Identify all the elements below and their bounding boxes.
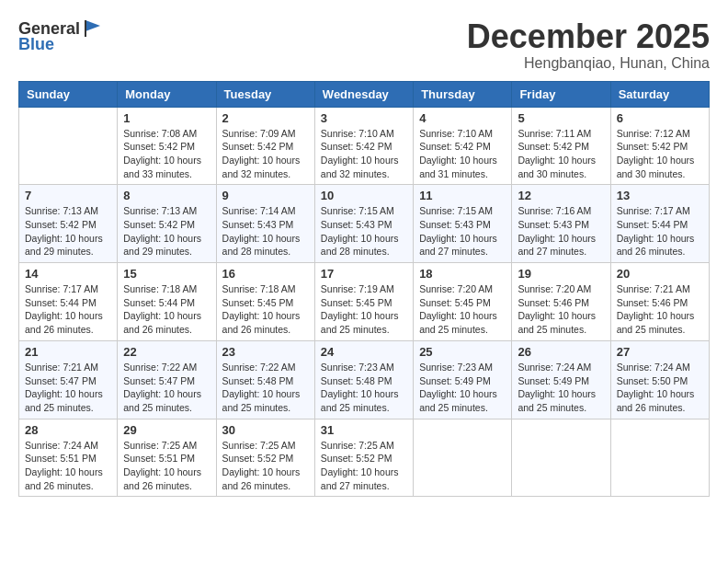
svg-rect-1 — [85, 20, 86, 37]
calendar-cell: 23Sunrise: 7:22 AMSunset: 5:48 PMDayligh… — [216, 340, 314, 419]
day-info: Sunrise: 7:14 AMSunset: 5:43 PMDaylight:… — [222, 204, 309, 259]
day-number: 30 — [222, 423, 309, 437]
day-number: 3 — [321, 111, 407, 125]
day-number: 13 — [617, 189, 703, 202]
calendar-table: SundayMondayTuesdayWednesdayThursdayFrid… — [18, 81, 710, 498]
day-number: 12 — [518, 189, 604, 202]
calendar-cell: 28Sunrise: 7:24 AMSunset: 5:51 PMDayligh… — [19, 419, 118, 497]
calendar-cell: 4Sunrise: 7:10 AMSunset: 5:42 PMDaylight… — [414, 107, 512, 185]
day-info: Sunrise: 7:17 AMSunset: 5:44 PMDaylight:… — [25, 282, 111, 337]
day-number: 25 — [419, 345, 506, 359]
calendar-cell: 1Sunrise: 7:08 AMSunset: 5:42 PMDaylight… — [118, 107, 216, 185]
page-header: General Blue December 2025 Hengbanqiao, … — [18, 18, 710, 72]
day-info: Sunrise: 7:20 AMSunset: 5:46 PMDaylight:… — [518, 282, 604, 337]
day-info: Sunrise: 7:10 AMSunset: 5:42 PMDaylight:… — [321, 127, 407, 181]
svg-marker-0 — [85, 20, 100, 31]
calendar-week-row: 14Sunrise: 7:17 AMSunset: 5:44 PMDayligh… — [19, 263, 710, 341]
calendar-cell: 26Sunrise: 7:24 AMSunset: 5:49 PMDayligh… — [512, 340, 610, 419]
day-number: 27 — [617, 345, 703, 359]
calendar-cell: 25Sunrise: 7:23 AMSunset: 5:49 PMDayligh… — [414, 340, 512, 419]
calendar-cell: 8Sunrise: 7:13 AMSunset: 5:42 PMDaylight… — [118, 185, 216, 263]
calendar-week-row: 1Sunrise: 7:08 AMSunset: 5:42 PMDaylight… — [19, 107, 710, 185]
day-info: Sunrise: 7:10 AMSunset: 5:42 PMDaylight:… — [419, 127, 506, 181]
day-info: Sunrise: 7:18 AMSunset: 5:45 PMDaylight:… — [222, 282, 309, 337]
day-info: Sunrise: 7:13 AMSunset: 5:42 PMDaylight:… — [25, 204, 111, 259]
title-section: December 2025 Hengbanqiao, Hunan, China — [467, 18, 710, 72]
day-header-tuesday: Tuesday — [216, 81, 314, 107]
day-number: 24 — [321, 345, 407, 359]
day-number: 28 — [25, 423, 111, 437]
calendar-cell: 19Sunrise: 7:20 AMSunset: 5:46 PMDayligh… — [512, 263, 610, 341]
calendar-cell: 17Sunrise: 7:19 AMSunset: 5:45 PMDayligh… — [314, 263, 413, 341]
day-number: 17 — [321, 267, 407, 281]
day-number: 10 — [321, 189, 407, 202]
calendar-cell: 18Sunrise: 7:20 AMSunset: 5:45 PMDayligh… — [414, 263, 512, 341]
day-info: Sunrise: 7:08 AMSunset: 5:42 PMDaylight:… — [123, 127, 210, 181]
day-header-saturday: Saturday — [610, 81, 709, 107]
day-number: 8 — [123, 189, 210, 202]
calendar-cell — [610, 419, 709, 497]
calendar-cell: 27Sunrise: 7:24 AMSunset: 5:50 PMDayligh… — [610, 340, 709, 419]
day-number: 29 — [123, 423, 210, 437]
day-info: Sunrise: 7:17 AMSunset: 5:44 PMDaylight:… — [617, 204, 703, 259]
day-info: Sunrise: 7:23 AMSunset: 5:48 PMDaylight:… — [321, 361, 407, 415]
calendar-cell: 3Sunrise: 7:10 AMSunset: 5:42 PMDaylight… — [314, 107, 413, 185]
day-number: 15 — [123, 267, 210, 281]
day-number: 7 — [25, 189, 111, 202]
day-info: Sunrise: 7:19 AMSunset: 5:45 PMDaylight:… — [321, 282, 407, 337]
calendar-cell: 5Sunrise: 7:11 AMSunset: 5:42 PMDaylight… — [512, 107, 610, 185]
day-number: 14 — [25, 267, 111, 281]
day-number: 6 — [617, 111, 703, 125]
day-number: 22 — [123, 345, 210, 359]
day-number: 18 — [419, 267, 506, 281]
day-info: Sunrise: 7:12 AMSunset: 5:42 PMDaylight:… — [617, 127, 703, 181]
day-header-monday: Monday — [118, 81, 216, 107]
day-header-sunday: Sunday — [19, 81, 118, 107]
day-info: Sunrise: 7:20 AMSunset: 5:45 PMDaylight:… — [419, 282, 506, 337]
day-info: Sunrise: 7:22 AMSunset: 5:47 PMDaylight:… — [123, 361, 210, 415]
calendar-week-row: 28Sunrise: 7:24 AMSunset: 5:51 PMDayligh… — [19, 419, 710, 497]
day-number: 31 — [321, 423, 407, 437]
calendar-header-row: SundayMondayTuesdayWednesdayThursdayFrid… — [19, 81, 710, 107]
day-info: Sunrise: 7:25 AMSunset: 5:51 PMDaylight:… — [123, 439, 210, 493]
calendar-cell: 22Sunrise: 7:22 AMSunset: 5:47 PMDayligh… — [118, 340, 216, 419]
calendar-cell: 7Sunrise: 7:13 AMSunset: 5:42 PMDaylight… — [19, 185, 118, 263]
day-info: Sunrise: 7:15 AMSunset: 5:43 PMDaylight:… — [321, 204, 407, 259]
calendar-cell: 20Sunrise: 7:21 AMSunset: 5:46 PMDayligh… — [610, 263, 709, 341]
day-header-thursday: Thursday — [414, 81, 512, 107]
calendar-cell: 29Sunrise: 7:25 AMSunset: 5:51 PMDayligh… — [118, 419, 216, 497]
day-info: Sunrise: 7:22 AMSunset: 5:48 PMDaylight:… — [222, 361, 309, 415]
calendar-cell: 24Sunrise: 7:23 AMSunset: 5:48 PMDayligh… — [314, 340, 413, 419]
calendar-cell — [512, 419, 610, 497]
day-info: Sunrise: 7:21 AMSunset: 5:46 PMDaylight:… — [617, 282, 703, 337]
calendar-cell — [414, 419, 512, 497]
day-info: Sunrise: 7:25 AMSunset: 5:52 PMDaylight:… — [321, 439, 407, 493]
logo-blue-text: Blue — [18, 35, 54, 54]
calendar-cell: 12Sunrise: 7:16 AMSunset: 5:43 PMDayligh… — [512, 185, 610, 263]
calendar-cell: 11Sunrise: 7:15 AMSunset: 5:43 PMDayligh… — [414, 185, 512, 263]
day-number: 20 — [617, 267, 703, 281]
logo-flag-icon — [82, 18, 102, 39]
calendar-cell: 31Sunrise: 7:25 AMSunset: 5:52 PMDayligh… — [314, 419, 413, 497]
day-number: 16 — [222, 267, 309, 281]
location-title: Hengbanqiao, Hunan, China — [467, 55, 710, 72]
calendar-cell: 21Sunrise: 7:21 AMSunset: 5:47 PMDayligh… — [19, 340, 118, 419]
day-number: 23 — [222, 345, 309, 359]
calendar-cell: 13Sunrise: 7:17 AMSunset: 5:44 PMDayligh… — [610, 185, 709, 263]
calendar-cell: 6Sunrise: 7:12 AMSunset: 5:42 PMDaylight… — [610, 107, 709, 185]
calendar-cell: 16Sunrise: 7:18 AMSunset: 5:45 PMDayligh… — [216, 263, 314, 341]
day-number: 19 — [518, 267, 604, 281]
day-info: Sunrise: 7:24 AMSunset: 5:49 PMDaylight:… — [518, 361, 604, 415]
day-info: Sunrise: 7:09 AMSunset: 5:42 PMDaylight:… — [222, 127, 309, 181]
month-title: December 2025 — [467, 18, 710, 55]
logo: General Blue — [18, 18, 102, 54]
day-info: Sunrise: 7:23 AMSunset: 5:49 PMDaylight:… — [419, 361, 506, 415]
calendar-week-row: 7Sunrise: 7:13 AMSunset: 5:42 PMDaylight… — [19, 185, 710, 263]
day-info: Sunrise: 7:24 AMSunset: 5:51 PMDaylight:… — [25, 439, 111, 493]
day-number: 26 — [518, 345, 604, 359]
day-info: Sunrise: 7:25 AMSunset: 5:52 PMDaylight:… — [222, 439, 309, 493]
calendar-cell: 15Sunrise: 7:18 AMSunset: 5:44 PMDayligh… — [118, 263, 216, 341]
day-header-wednesday: Wednesday — [314, 81, 413, 107]
day-info: Sunrise: 7:16 AMSunset: 5:43 PMDaylight:… — [518, 204, 604, 259]
calendar-cell: 10Sunrise: 7:15 AMSunset: 5:43 PMDayligh… — [314, 185, 413, 263]
